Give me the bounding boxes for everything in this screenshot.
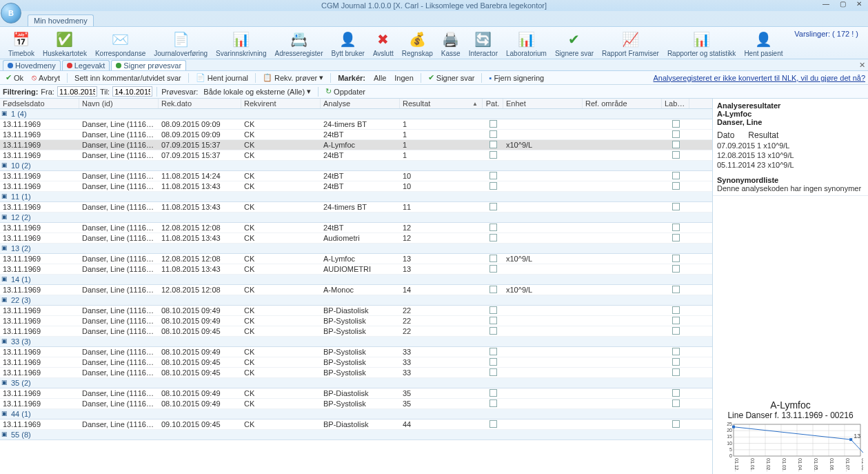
col-enhet[interactable]: Enhet <box>503 99 583 108</box>
table-row[interactable]: 13.11.1969Danser, Line (111623)08.10.201… <box>0 316 712 326</box>
ribbon-laboratorium[interactable]: 📊Laboratorium <box>502 28 551 59</box>
table-row[interactable]: 13.11.1969Danser, Line (111623)11.08.201… <box>0 171 712 181</box>
ribbon-byttbruker[interactable]: 👤Bytt bruker <box>327 28 369 59</box>
tab-min-hovedmeny[interactable]: Min hovedmeny <box>28 14 94 26</box>
fjern-signering-button[interactable]: ▪Fjern signering <box>486 74 547 82</box>
labfetch-checkbox <box>672 234 680 241</box>
rekv-prover-button[interactable]: 📋Rekv. prøver ▾ <box>260 73 326 82</box>
group-header[interactable]: ▣33 (3) <box>0 337 712 347</box>
labfetch-checkbox <box>672 151 680 159</box>
chart-subtitle: Line Danser f. 13.11.1969 - 00216 <box>716 411 865 420</box>
collapse-icon[interactable]: ▣ <box>0 192 8 201</box>
svg-text:01.02.2015: 01.02.2015 <box>766 458 771 471</box>
ribbon-signeresvar[interactable]: ✔Signere svar <box>551 28 598 59</box>
ribbon-huskekartotek[interactable]: ✅Huskekartotek <box>39 28 91 59</box>
group-header[interactable]: ▣22 (3) <box>0 295 712 306</box>
table-row[interactable]: 13.11.1969Danser, Line (111623)08.10.201… <box>0 357 712 368</box>
marker-ingen[interactable]: Ingen <box>392 74 416 82</box>
window-close[interactable]: ✕ <box>851 0 867 10</box>
collapse-icon[interactable]: ▣ <box>0 244 8 253</box>
til-input[interactable] <box>112 86 152 97</box>
ribbon-journaloverforing[interactable]: 📄Journaloverføring <box>150 28 212 59</box>
ribbon-regnskap[interactable]: 💰Regnskap <box>398 28 437 59</box>
ok-button[interactable]: ✔Ok <box>3 73 26 82</box>
col-ref[interactable]: Ref. område <box>583 99 662 108</box>
table-row[interactable]: 13.11.1969Danser, Line (111623)12.08.201… <box>0 223 712 233</box>
col-analyse[interactable]: Analyse <box>321 99 400 108</box>
col-navn[interactable]: Navn (id) <box>79 99 159 108</box>
col-rekvirent[interactable]: Rekvirent <box>241 99 321 108</box>
avbryt-button[interactable]: ⦸Avbryt <box>29 73 63 82</box>
collapse-icon[interactable]: ▣ <box>0 213 8 222</box>
collapse-icon[interactable]: ▣ <box>0 378 8 388</box>
pat-checkbox <box>489 234 497 241</box>
ribbon-kasse[interactable]: 🖨️Kasse <box>437 28 465 59</box>
results-grid[interactable]: Fødselsdato Navn (id) Rek.dato Rekvirent… <box>0 99 713 474</box>
group-header[interactable]: ▣11 (1) <box>0 192 712 202</box>
tab-legevakt[interactable]: Legevakt <box>62 60 110 70</box>
group-header[interactable]: ▣12 (2) <box>0 213 712 223</box>
provesvar-dropdown[interactable]: Både lokale og eksterne (Alle) ▾ <box>201 87 314 96</box>
collapse-icon[interactable]: ▣ <box>0 275 8 284</box>
kommentar-button[interactable]: Sett inn kommentar/utvidet svar <box>72 74 184 82</box>
table-row[interactable]: 13.11.1969Danser, Line (111623)08.10.201… <box>0 326 712 337</box>
marker-alle[interactable]: Alle <box>371 74 389 82</box>
collapse-icon[interactable]: ▣ <box>0 109 8 119</box>
ribbon-svarinnskrivning[interactable]: 📊Svarinnskrivning <box>212 28 270 59</box>
table-row[interactable]: 13.11.1969Danser, Line (111623)08.10.201… <box>0 368 712 378</box>
oppdater-button[interactable]: ↻Oppdater <box>323 87 368 96</box>
tab-hovedmeny[interactable]: Hovedmeny <box>3 60 61 70</box>
collapse-icon[interactable]: ▣ <box>0 161 8 170</box>
table-row[interactable]: 13.11.1969Danser, Line (111623)11.08.201… <box>0 181 712 192</box>
signer-svar-button[interactable]: ✔Signer svar <box>425 73 478 82</box>
table-row[interactable]: 13.11.1969Danser, Line (111623)07.09.201… <box>0 140 712 150</box>
app-orb[interactable]: B <box>1 3 21 23</box>
ribbon-avslutt[interactable]: ✖Avslutt <box>369 28 398 59</box>
table-row[interactable]: 13.11.1969Danser, Line (111623)09.10.201… <box>0 419 712 430</box>
table-row[interactable]: 13.11.1969Danser, Line (111623)08.10.201… <box>0 306 712 316</box>
group-header[interactable]: ▣35 (2) <box>0 378 712 388</box>
ribbon-hentpasient[interactable]: 👤Hent pasient <box>740 28 787 59</box>
table-row[interactable]: 13.11.1969Danser, Line (111623)08.10.201… <box>0 388 712 399</box>
table-row[interactable]: 13.11.1969Danser, Line (111623)11.08.201… <box>0 264 712 275</box>
table-row[interactable]: 13.11.1969Danser, Line (111623)11.08.201… <box>0 202 712 213</box>
group-header[interactable]: ▣55 (8) <box>0 430 712 440</box>
table-row[interactable]: 13.11.1969Danser, Line (111623)08.09.201… <box>0 130 712 140</box>
collapse-icon[interactable]: ▣ <box>0 430 8 440</box>
col-rekdato[interactable]: Rek.dato <box>159 99 241 108</box>
table-row[interactable]: 13.11.1969Danser, Line (111623)12.08.201… <box>0 285 712 295</box>
ribbon-adresseregister[interactable]: 📇Adresseregister <box>270 28 327 59</box>
ribbon-interactor[interactable]: 🔄Interactor <box>465 28 502 59</box>
col-labfetch[interactable]: LabFetch <box>662 99 689 108</box>
window-minimize[interactable]: — <box>818 0 834 10</box>
group-header[interactable]: ▣13 (2) <box>0 244 712 254</box>
ribbon-rapporterstatistikk[interactable]: 📊Rapporter og statistikk <box>663 28 740 59</box>
table-row[interactable]: 13.11.1969Danser, Line (111623)08.09.201… <box>0 119 712 130</box>
table-row[interactable]: 13.11.1969Danser, Line (111623)12.08.201… <box>0 254 712 264</box>
tab-signerprovesvar[interactable]: Signer prøvesvar <box>111 60 186 70</box>
collapse-icon[interactable]: ▣ <box>0 295 8 305</box>
collapse-icon[interactable]: ▣ <box>0 409 8 419</box>
svarinnskrivning-icon: 📊 <box>232 30 251 49</box>
col-pat[interactable]: Pat. <box>483 99 503 108</box>
module-tab-close[interactable]: ✕ <box>859 61 865 70</box>
group-header[interactable]: ▣10 (2) <box>0 161 712 171</box>
ribbon-rapportframviser[interactable]: 📈Rapport Framviser <box>598 28 663 59</box>
collapse-icon[interactable]: ▣ <box>0 337 8 346</box>
ribbon-timebok[interactable]: 📅Timebok <box>4 28 39 59</box>
group-header[interactable]: ▣14 (1) <box>0 275 712 285</box>
group-header[interactable]: ▣44 (1) <box>0 409 712 419</box>
varslinger-link[interactable]: Varslinger: ( 172 ! ) <box>789 28 864 39</box>
table-row[interactable]: 13.11.1969Danser, Line (111623)08.10.201… <box>0 399 712 409</box>
col-resultat[interactable]: Resultat▲ <box>400 99 483 108</box>
ribbon-korrespondanse[interactable]: ✉️Korrespondanse <box>91 28 150 59</box>
table-row[interactable]: 13.11.1969Danser, Line (111623)07.09.201… <box>0 150 712 161</box>
col-fodselsdato[interactable]: Fødselsdato <box>0 99 79 108</box>
window-maximize[interactable]: ▢ <box>835 0 850 10</box>
table-row[interactable]: 13.11.1969Danser, Line (111623)08.10.201… <box>0 347 712 357</box>
fra-input[interactable] <box>57 86 97 97</box>
nlk-convert-link[interactable]: Analyseregisteret er ikke konvertert til… <box>653 74 865 82</box>
hent-journal-button[interactable]: 📄Hent journal <box>193 73 251 82</box>
table-row[interactable]: 13.11.1969Danser, Line (111623)11.08.201… <box>0 233 712 244</box>
group-header[interactable]: ▣1 (4) <box>0 109 712 119</box>
